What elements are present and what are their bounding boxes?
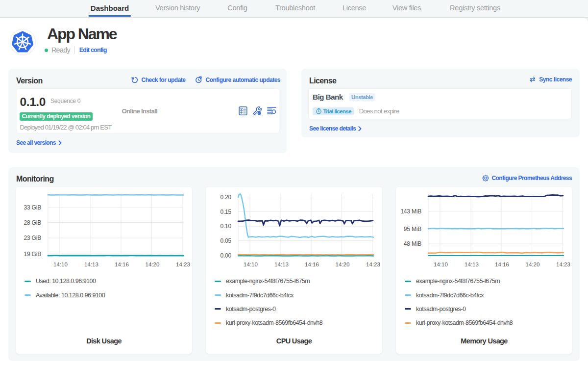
svg-text:28 GiB: 28 GiB: [24, 219, 42, 226]
svg-text:14:10: 14:10: [434, 261, 448, 267]
svg-text:14:16: 14:16: [305, 261, 319, 267]
svg-text:14:20: 14:20: [146, 261, 160, 267]
svg-text:143 MiB: 143 MiB: [400, 208, 421, 215]
svg-text:48 MiB: 48 MiB: [404, 240, 421, 247]
svg-text:14:23: 14:23: [366, 261, 380, 267]
svg-text:0.20: 0.20: [220, 194, 231, 201]
svg-text:14:23: 14:23: [556, 261, 570, 267]
svg-text:0.15: 0.15: [220, 209, 231, 215]
svg-text:33 GiB: 33 GiB: [24, 204, 42, 211]
svg-text:95 MiB: 95 MiB: [404, 226, 421, 233]
svg-text:14:16: 14:16: [115, 261, 129, 267]
svg-text:14:10: 14:10: [53, 261, 68, 267]
svg-text:14:10: 14:10: [244, 261, 258, 267]
svg-text:14:20: 14:20: [336, 261, 350, 267]
svg-text:14:20: 14:20: [526, 261, 540, 267]
svg-text:14:13: 14:13: [274, 261, 289, 267]
svg-text:14:23: 14:23: [176, 261, 190, 267]
svg-text:19 GiB: 19 GiB: [24, 251, 42, 258]
svg-text:0.10: 0.10: [220, 223, 231, 230]
svg-text:0.05: 0.05: [220, 237, 231, 244]
svg-text:23 GiB: 23 GiB: [24, 235, 42, 241]
svg-text:14:16: 14:16: [495, 261, 509, 267]
svg-text:14:13: 14:13: [84, 261, 98, 267]
svg-text:0.00: 0.00: [220, 252, 231, 259]
svg-text:14:13: 14:13: [465, 261, 479, 267]
